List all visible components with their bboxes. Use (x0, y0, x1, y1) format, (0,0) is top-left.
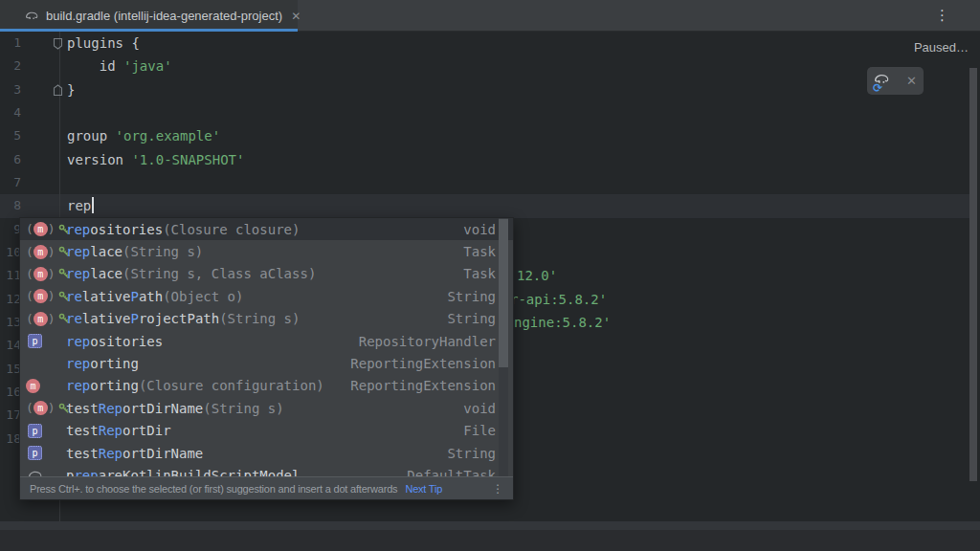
line-number: 5 (0, 124, 21, 147)
gradle-sync-icon[interactable]: ⟳ (874, 72, 893, 91)
hint-text: Press Ctrl+. to choose the selected (or … (30, 483, 397, 495)
method-icon: (m) (26, 222, 66, 236)
code-text: plugins { (67, 32, 140, 55)
completion-item[interactable]: (m)replace(String s, Class aClass)Task (20, 263, 513, 285)
completion-type: Task (463, 244, 496, 259)
tab-close-icon[interactable]: ✕ (291, 10, 301, 23)
code-text: version '1.0-SNAPSHOT' (67, 148, 244, 171)
line-number: 18 (0, 428, 21, 451)
line-number: 9 (0, 218, 21, 241)
completion-type: ReportingExtension (350, 356, 496, 371)
next-tip-link[interactable]: Next Tip (405, 483, 442, 495)
fold-marker-icon[interactable] (52, 37, 64, 50)
line-number: 14 (0, 334, 21, 357)
code-line: 4 (0, 101, 980, 124)
completion-type: File (463, 423, 496, 438)
line-number: 10 (0, 241, 21, 264)
method-icon: (m) (26, 245, 66, 259)
completion-name: repositories (66, 334, 163, 349)
line-number: 11 (0, 264, 21, 287)
code-line: 6version '1.0-SNAPSHOT' (0, 148, 980, 171)
completion-item[interactable]: reportingReportingExtension (20, 352, 513, 374)
panel-close-icon[interactable]: ✕ (906, 74, 917, 88)
completion-item[interactable]: (m)replace(String s)Task (20, 240, 513, 262)
code-fragment: r-api:5.8.2' (510, 288, 607, 311)
method-icon: m (26, 379, 66, 393)
completion-item[interactable]: mreporting(Closure configuration)Reporti… (20, 375, 513, 397)
sync-arrows-icon: ⟳ (873, 82, 882, 94)
completion-name: prepareKotlinBuildScriptModel (66, 468, 300, 476)
completion-type: void (463, 401, 496, 416)
editor-bottom-strip (0, 521, 980, 530)
completion-type: String (447, 446, 496, 461)
completion-item[interactable]: prepareKotlinBuildScriptModelDefaultTask (20, 464, 513, 476)
property-icon: p (26, 446, 66, 460)
gradle-task-icon (26, 470, 66, 476)
gradle-icon (25, 8, 39, 25)
completion-type: String (447, 311, 496, 326)
code-fragment: 12.0' (517, 264, 557, 287)
code-text: group 'org.example' (67, 124, 220, 147)
completion-item[interactable]: ptestReportDirFile (20, 420, 513, 442)
hint-menu-icon[interactable]: ⋮ (488, 482, 507, 496)
code-line: 8rep (0, 194, 980, 217)
line-number: 2 (0, 55, 21, 77)
code-line: 7 (0, 171, 980, 194)
gradle-reload-panel: ⟳ ✕ (867, 67, 924, 95)
completion-name: relativeProjectPath(String s) (66, 311, 300, 326)
line-number: 12 (0, 288, 21, 311)
line-number: 4 (0, 101, 21, 124)
completion-type: void (463, 222, 496, 237)
completion-hint-bar: Press Ctrl+. to choose the selected (or … (20, 476, 513, 499)
method-icon: (m) (26, 267, 66, 281)
tab-build-gradle[interactable]: build.gradle (intellij-idea-generated-pr… (0, 0, 298, 32)
window-bottom-strip (0, 530, 980, 551)
code-line: 5group 'org.example' (0, 124, 980, 147)
property-icon: p (26, 334, 66, 348)
code-fragment: ngine:5.8.2' (514, 311, 611, 334)
completion-item[interactable]: prepositoriesRepositoryHandler (20, 330, 513, 352)
completion-name: relativePath(Object o) (66, 289, 243, 304)
completion-item[interactable]: (m)relativePath(Object o)String (20, 285, 513, 307)
completion-name: reporting(Closure configuration) (66, 378, 324, 393)
completion-item[interactable]: (m)testReportDirName(String s)void (20, 397, 513, 419)
line-number: 15 (0, 358, 21, 381)
line-number: 16 (0, 381, 21, 404)
completion-type: RepositoryHandler (359, 334, 496, 349)
popup-scrollbar-thumb[interactable] (499, 219, 508, 367)
editor-tab-bar: build.gradle (intellij-idea-generated-pr… (0, 0, 980, 32)
code-text: rep (67, 194, 94, 217)
ide-window: build.gradle (intellij-idea-generated-pr… (0, 0, 980, 551)
completion-type: Task (463, 266, 496, 281)
line-number: 13 (0, 311, 21, 334)
line-number: 17 (0, 404, 21, 427)
code-line: 3} (0, 78, 980, 101)
completion-name: replace(String s) (66, 244, 203, 259)
completion-item[interactable]: (m)repositories(Closure closure)void (20, 218, 513, 240)
completion-name: repositories(Closure closure) (66, 222, 300, 237)
more-options-icon[interactable]: ⋮ (935, 7, 949, 24)
text-caret (92, 197, 94, 213)
line-number: 1 (0, 32, 21, 55)
code-line: 2 id 'java' (0, 55, 980, 77)
completion-name: reporting (66, 356, 139, 371)
property-icon: p (26, 424, 66, 438)
editor-scrollbar[interactable] (969, 68, 977, 481)
line-number: 3 (0, 78, 21, 101)
line-number: 7 (0, 171, 21, 194)
paused-status: Paused… (914, 40, 969, 55)
method-icon: (m) (26, 289, 66, 303)
completion-name: testReportDirName(String s) (66, 401, 284, 416)
method-icon: (m) (26, 312, 66, 326)
completion-type: String (447, 289, 496, 304)
fold-marker-icon[interactable] (52, 84, 64, 97)
completion-name: testReportDir (66, 423, 171, 438)
completion-item[interactable]: (m)relativeProjectPath(String s)String (20, 308, 513, 330)
line-number: 6 (0, 148, 21, 171)
completion-type: DefaultTask (407, 468, 496, 476)
completion-item[interactable]: ptestReportDirNameString (20, 442, 513, 464)
completion-popup: (m)repositories(Closure closure)void(m)r… (19, 217, 514, 500)
completion-name: replace(String s, Class aClass) (66, 266, 316, 281)
code-text: id 'java' (67, 55, 172, 77)
method-icon: (m) (26, 401, 66, 415)
